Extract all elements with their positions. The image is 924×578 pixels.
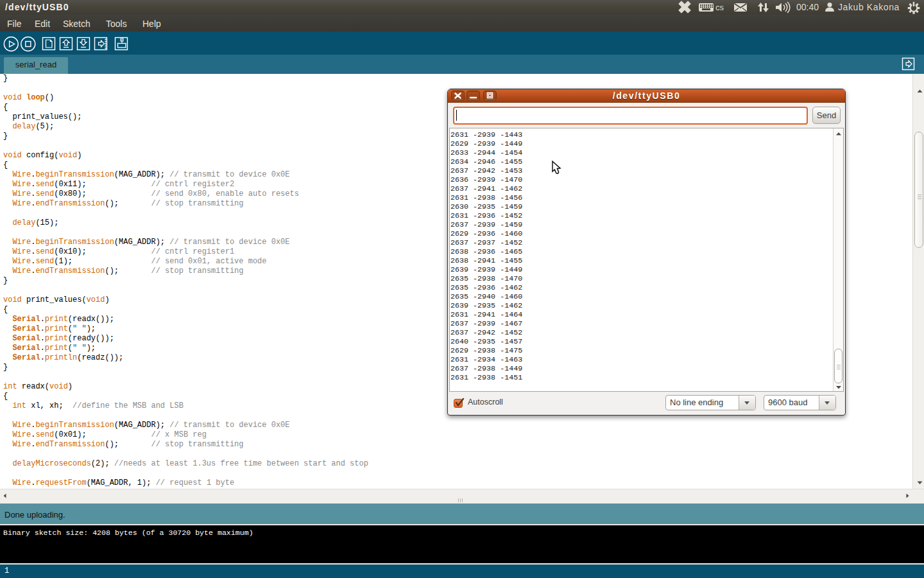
svg-text:00:40: 00:40	[796, 2, 819, 12]
svg-text:cs: cs	[715, 3, 724, 12]
svg-text:Jakub Kakona: Jakub Kakona	[838, 2, 900, 12]
